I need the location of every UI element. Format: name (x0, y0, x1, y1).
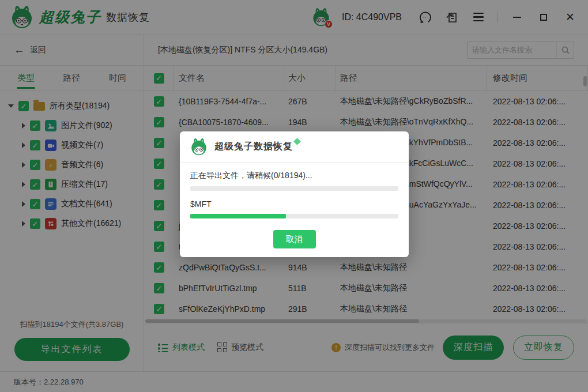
file-progress-bar (190, 214, 398, 218)
overall-progress-bar (190, 186, 398, 191)
app-window: 超级兔子 数据恢复 V ID: 4C490VPB (0, 0, 588, 392)
dialog-rabbit-logo-icon (190, 138, 208, 156)
cancel-button[interactable]: 取消 (273, 230, 316, 248)
file-progress-fill (190, 214, 286, 218)
export-progress-dialog: 超级兔子数据恢复 正在导出文件，请稍候(0/18194)... $MFT 取消 (180, 131, 409, 257)
export-status-message: 正在导出文件，请稍候(0/18194)... (190, 171, 398, 181)
dialog-title: 超级兔子数据恢复 (214, 141, 293, 153)
current-file-name: $MFT (190, 199, 398, 209)
diamond-icon (293, 138, 301, 145)
